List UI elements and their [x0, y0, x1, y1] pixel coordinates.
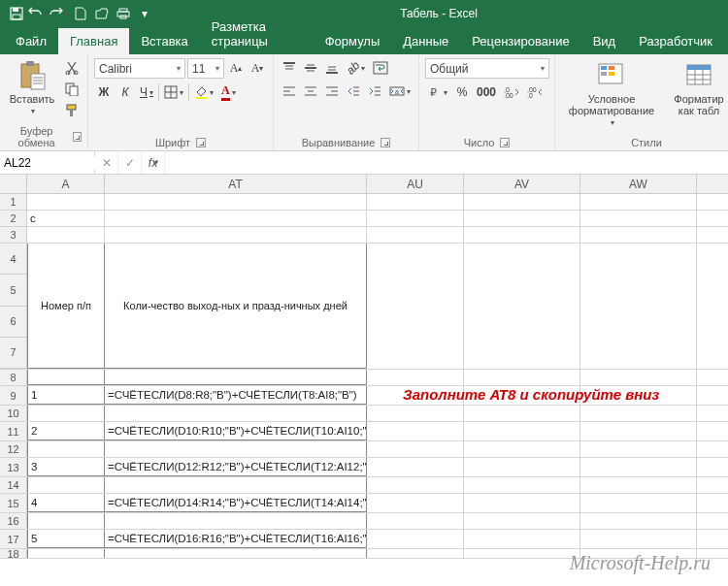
align-right-icon[interactable] [322, 81, 342, 101]
new-file-icon[interactable] [70, 3, 91, 24]
row-header[interactable]: 3 [0, 227, 27, 243]
increase-indent-icon[interactable] [365, 81, 384, 101]
row-header[interactable]: 8 [0, 370, 27, 385]
tab-review[interactable]: Рецензирование [460, 28, 580, 54]
cell[interactable] [580, 494, 697, 512]
cell[interactable]: Номер п/п [27, 244, 105, 369]
conditional-formatting-button[interactable]: Условное форматирование▾ [561, 58, 662, 129]
spreadsheet-grid[interactable]: A AT AU AV AW 12с34567Номер п/пКоли-чест… [0, 175, 728, 559]
row-header[interactable]: 10 [0, 406, 27, 421]
tab-home[interactable]: Главная [58, 28, 129, 54]
cell[interactable]: =СЧЁТЕСЛИ(D12:R12;"В")+СЧЁТЕСЛИ(T12:AI12… [105, 458, 367, 476]
cell[interactable] [105, 227, 367, 243]
orientation-icon[interactable]: ab▾ [344, 58, 368, 78]
cell[interactable] [580, 194, 697, 210]
format-as-table-button[interactable]: Форматир как табл [666, 58, 728, 118]
open-file-icon[interactable] [91, 3, 113, 24]
cell[interactable] [105, 370, 367, 385]
comma-style-icon[interactable]: 000 [474, 82, 499, 102]
col-header[interactable]: AU [367, 175, 464, 193]
align-left-icon[interactable] [280, 81, 299, 101]
cell[interactable] [464, 227, 580, 243]
font-color-icon[interactable]: A▾ [218, 82, 239, 102]
cell[interactable] [464, 244, 580, 369]
row-header[interactable]: 12 [0, 441, 27, 457]
cell[interactable] [580, 227, 697, 243]
align-top-icon[interactable] [280, 58, 299, 78]
row-header[interactable]: 16 [0, 513, 27, 529]
row-header[interactable]: 15 [0, 494, 27, 512]
cell[interactable] [580, 406, 697, 421]
cell[interactable] [105, 406, 367, 421]
cell[interactable] [367, 494, 464, 512]
cell[interactable]: 2 [27, 422, 105, 440]
col-header[interactable]: AW [580, 175, 697, 193]
cell[interactable] [367, 458, 464, 476]
cell[interactable] [27, 513, 105, 529]
enter-formula-icon[interactable]: ✓ [118, 151, 142, 174]
customize-qat-icon[interactable]: ▾ [134, 3, 155, 24]
cell[interactable] [464, 406, 580, 421]
align-middle-icon[interactable] [301, 58, 320, 78]
cell[interactable] [464, 494, 580, 512]
cell[interactable] [580, 458, 697, 476]
bold-button[interactable]: Ж [94, 82, 114, 102]
percent-style-icon[interactable]: % [452, 82, 472, 102]
cell[interactable] [580, 370, 697, 385]
cell[interactable] [580, 477, 697, 493]
cell[interactable] [464, 422, 580, 440]
cell[interactable]: =СЧЁТЕСЛИ(D16:R16;"В")+СЧЁТЕСЛИ(T16:AI16… [105, 530, 367, 548]
dialog-launcher-icon[interactable] [500, 138, 510, 147]
cell[interactable] [27, 441, 105, 457]
cell[interactable] [464, 441, 580, 457]
name-box[interactable]: ▾ [0, 151, 95, 174]
cell[interactable] [105, 194, 367, 210]
increase-decimal-icon[interactable]: ,0,00 [501, 82, 522, 102]
grow-font-icon[interactable]: A▴ [226, 59, 246, 79]
row-header[interactable]: 4 [0, 244, 27, 275]
align-center-icon[interactable] [301, 81, 320, 101]
italic-button[interactable]: К [116, 82, 135, 102]
tab-formulas[interactable]: Формулы [314, 28, 392, 54]
cell[interactable] [464, 458, 580, 476]
cell[interactable] [367, 370, 464, 385]
cell[interactable]: 5 [27, 530, 105, 548]
cell[interactable] [367, 406, 464, 421]
cell[interactable]: 1 [27, 386, 105, 405]
col-header[interactable]: AT [105, 175, 367, 193]
paste-button[interactable]: Вставить ▾ [6, 58, 58, 117]
cell[interactable] [580, 244, 697, 369]
undo-icon[interactable]: ▾ [27, 3, 49, 24]
decrease-indent-icon[interactable] [344, 81, 363, 101]
cell[interactable] [580, 422, 697, 440]
cell[interactable] [367, 513, 464, 529]
cell[interactable] [367, 227, 464, 243]
decrease-decimal-icon[interactable]: ,00,0 [524, 82, 546, 102]
cell[interactable] [464, 194, 580, 210]
row-header[interactable]: 1 [0, 194, 27, 210]
cell[interactable] [580, 441, 697, 457]
font-size-combo[interactable]: 11▾ [187, 58, 224, 79]
cell[interactable] [580, 513, 697, 529]
wrap-text-icon[interactable] [370, 58, 391, 78]
col-header[interactable]: AV [464, 175, 580, 193]
formula-input[interactable] [165, 151, 728, 174]
number-format-combo[interactable]: Общий▾ [425, 58, 549, 79]
tab-developer[interactable]: Разработчик [627, 28, 724, 54]
cell[interactable] [367, 441, 464, 457]
cell[interactable]: =СЧЁТЕСЛИ(D10:R10;"В")+СЧЁТЕСЛИ(T10:AI10… [105, 422, 367, 440]
tab-insert[interactable]: Вставка [129, 28, 199, 54]
cell[interactable]: Коли-чество выход-ных и празд-ничных дне… [105, 244, 367, 369]
copy-icon[interactable] [62, 80, 82, 99]
cell[interactable] [464, 477, 580, 493]
cell[interactable] [27, 406, 105, 421]
merge-center-icon[interactable]: a▾ [386, 81, 414, 101]
tab-view[interactable]: Вид [581, 28, 628, 54]
cell[interactable] [105, 211, 367, 226]
cell[interactable] [105, 441, 367, 457]
cell[interactable] [367, 422, 464, 440]
cell[interactable] [367, 211, 464, 226]
cell[interactable] [105, 549, 367, 558]
cell[interactable] [367, 194, 464, 210]
cell[interactable] [464, 211, 580, 226]
